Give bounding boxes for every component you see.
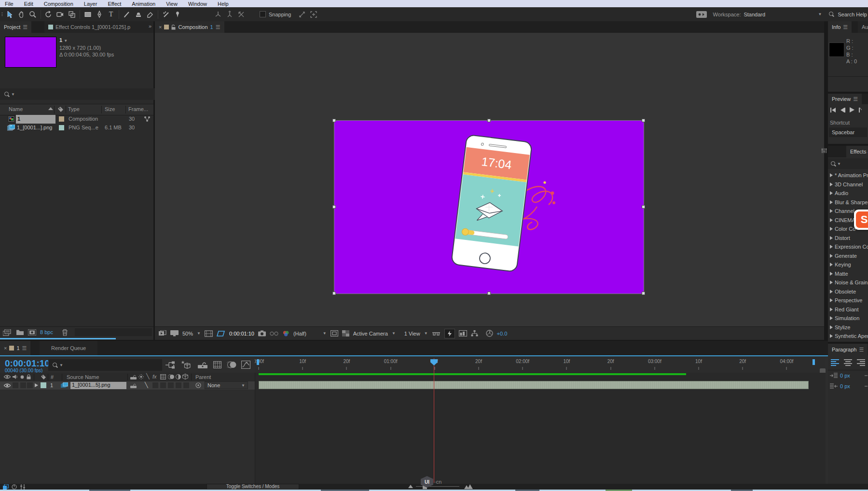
item-name-dropdown-icon[interactable]: ▼ bbox=[64, 39, 68, 43]
effects-category-obsolete[interactable]: Obsolete bbox=[828, 287, 868, 296]
expand-arrow-icon[interactable] bbox=[830, 182, 833, 186]
effects-category-audio[interactable]: Audio bbox=[828, 189, 868, 198]
toggle-switches-icon[interactable] bbox=[20, 484, 25, 490]
rotation-tool[interactable] bbox=[43, 9, 55, 20]
eraser-tool[interactable] bbox=[144, 9, 156, 20]
tab-effect-controls[interactable]: Effect Controls 1_[0001-0125].p bbox=[44, 21, 153, 33]
align-right-button[interactable] bbox=[857, 359, 865, 366]
magnification-value[interactable]: 50% bbox=[182, 331, 193, 337]
shortcut-dropdown[interactable]: Spacebar bbox=[829, 127, 867, 137]
effects-search-icon[interactable] bbox=[830, 161, 837, 167]
view-layout-value[interactable]: 1 View bbox=[404, 331, 420, 337]
expand-arrow-icon[interactable] bbox=[830, 227, 833, 231]
adjustment-layer-column-icon[interactable] bbox=[176, 374, 181, 379]
layer-motion-blur-cell[interactable] bbox=[168, 382, 174, 388]
paragraph-panel-menu-icon[interactable]: ☰ bbox=[859, 347, 864, 353]
zoom-in-mountains-icon[interactable] bbox=[464, 484, 473, 489]
row-footage-label-color[interactable] bbox=[59, 125, 64, 130]
timeline-close-icon[interactable]: × bbox=[4, 345, 7, 351]
timeline-panel-menu-icon[interactable]: ☰ bbox=[22, 345, 27, 351]
tab-preview[interactable]: Preview ☰ bbox=[828, 94, 862, 104]
selection-handle-mid-left[interactable] bbox=[332, 205, 336, 209]
previous-frame-button[interactable] bbox=[840, 108, 845, 112]
play-button[interactable] bbox=[850, 107, 854, 112]
quality-column-icon[interactable]: ╲ bbox=[146, 373, 150, 379]
align-left-button[interactable] bbox=[831, 359, 839, 366]
effects-category-matte[interactable]: Matte bbox=[828, 269, 868, 279]
zoom-tool[interactable] bbox=[27, 9, 39, 20]
selection-handle-bottom-center[interactable] bbox=[487, 292, 491, 295]
composition-panel-menu-icon[interactable]: ☰ bbox=[216, 24, 220, 30]
expand-arrow-icon[interactable] bbox=[830, 209, 833, 213]
sort-ascending-icon[interactable] bbox=[48, 107, 53, 110]
parent-pickwhip-icon[interactable] bbox=[195, 382, 201, 388]
next-frame-button[interactable] bbox=[859, 108, 862, 112]
selection-handle-mid-right[interactable] bbox=[642, 205, 645, 209]
first-frame-button[interactable] bbox=[830, 108, 836, 112]
effects-category-simulation[interactable]: Simulation bbox=[828, 314, 868, 323]
column-size[interactable]: Size bbox=[105, 106, 115, 112]
expand-arrow-icon[interactable] bbox=[830, 236, 833, 240]
new-composition-icon[interactable] bbox=[28, 329, 36, 336]
snap-frame-icon[interactable] bbox=[308, 9, 319, 20]
expand-arrow-icon[interactable] bbox=[830, 254, 833, 258]
3d-layer-column-icon[interactable] bbox=[182, 374, 188, 379]
view-layout-dropdown-icon[interactable]: ▼ bbox=[424, 331, 428, 336]
type-tool[interactable]: T bbox=[105, 9, 117, 20]
layer-label-color[interactable] bbox=[41, 382, 46, 388]
flowchart-icon[interactable] bbox=[471, 330, 478, 337]
timeline-search-icon[interactable] bbox=[52, 362, 58, 368]
effects-category-expression-co[interactable]: Expression Co bbox=[828, 242, 868, 252]
pan-behind-tool[interactable] bbox=[66, 9, 78, 20]
layer-fx-cell[interactable] bbox=[152, 382, 158, 388]
monitor-icon[interactable] bbox=[170, 330, 179, 337]
row-composition-label-color[interactable] bbox=[59, 116, 64, 122]
exposure-icon[interactable] bbox=[486, 330, 493, 337]
tab-paragraph[interactable]: Paragraph ☰ bbox=[828, 344, 868, 355]
time-ruler[interactable]: 0:00f10f20f01:00f10f20f02:00f10f20f03:00… bbox=[255, 357, 825, 373]
shape-tool[interactable] bbox=[82, 9, 94, 20]
interpret-footage-icon[interactable] bbox=[3, 329, 12, 336]
resolution-dropdown-icon[interactable]: ▼ bbox=[323, 331, 327, 336]
layer-lock-cell[interactable] bbox=[27, 382, 33, 388]
align-center-button[interactable] bbox=[844, 359, 852, 366]
selection-handle-top-center[interactable] bbox=[487, 119, 491, 122]
new-folder-icon[interactable] bbox=[16, 329, 24, 336]
magnification-dropdown-icon[interactable]: ▼ bbox=[197, 331, 201, 336]
effects-category-generate[interactable]: Generate bbox=[828, 252, 868, 261]
sync-settings-icon[interactable] bbox=[696, 9, 707, 20]
effects-category-3d-channel[interactable]: 3D Channel bbox=[828, 180, 868, 189]
draft-3d-icon[interactable] bbox=[181, 360, 191, 369]
label-column-icon[interactable] bbox=[57, 106, 64, 112]
parent-dropdown[interactable]: None ▼ bbox=[205, 381, 248, 389]
pen-tool[interactable] bbox=[94, 9, 105, 20]
effects-category-text[interactable]: Text bbox=[828, 341, 868, 342]
effects-category-perspective[interactable]: Perspective bbox=[828, 296, 868, 305]
snapshot-camera-icon[interactable] bbox=[258, 330, 266, 337]
effects-category-stylize[interactable]: Stylize bbox=[828, 323, 868, 332]
project-search-icon[interactable] bbox=[4, 91, 10, 98]
layer-audio-cell[interactable] bbox=[13, 382, 18, 388]
source-name-column[interactable]: Source Name bbox=[67, 374, 99, 380]
expand-arrow-icon[interactable] bbox=[830, 281, 833, 284]
exposure-value[interactable]: +0.0 bbox=[497, 331, 508, 337]
expand-arrow-icon[interactable] bbox=[830, 325, 833, 329]
expand-arrow-icon[interactable] bbox=[830, 263, 833, 267]
timeline-panel-icon[interactable] bbox=[459, 330, 467, 337]
expand-arrow-icon[interactable] bbox=[830, 290, 833, 294]
track-area[interactable] bbox=[255, 373, 826, 484]
tab-timeline-comp[interactable]: × 1 ☰ bbox=[0, 341, 30, 355]
frame-blend-column-icon[interactable] bbox=[160, 374, 166, 379]
effects-panel-gutter-icon[interactable] bbox=[821, 148, 827, 154]
camera-tool[interactable] bbox=[55, 9, 66, 20]
render-time-icon[interactable] bbox=[12, 484, 17, 490]
motion-blur-icon[interactable] bbox=[227, 361, 236, 368]
viewer-timecode[interactable]: 0:00:01:10 bbox=[229, 331, 254, 337]
menu-item-effect[interactable]: Effect bbox=[108, 1, 121, 7]
solo-icon[interactable] bbox=[20, 375, 24, 379]
view-axis-mode-icon[interactable] bbox=[235, 9, 247, 20]
preview-panel-menu-icon[interactable]: ☰ bbox=[853, 96, 858, 102]
layer-3d-cell[interactable] bbox=[183, 382, 189, 388]
indent-right-value[interactable]: 0 px bbox=[840, 383, 850, 389]
expand-arrow-icon[interactable] bbox=[830, 173, 833, 177]
